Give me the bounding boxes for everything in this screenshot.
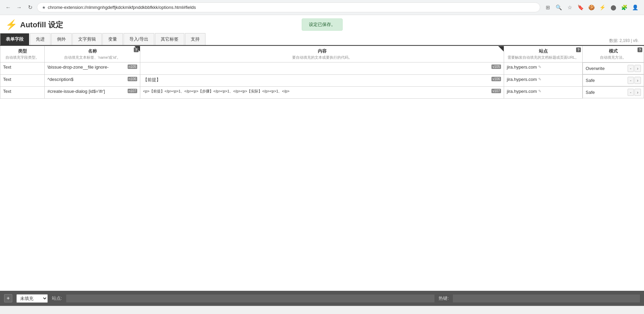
url-bar: ★ chrome-extension://nlmmgnhgdeffjkdckmi… [37, 2, 540, 12]
search-icon[interactable]: 🔍 [554, 3, 563, 12]
col-mode-help[interactable]: ? [638, 47, 642, 52]
row1-actions: - › [628, 65, 641, 72]
row1-expand-btn[interactable]: › [634, 65, 641, 72]
tab-othertags[interactable]: 其它标签 [155, 33, 184, 45]
row1-site: jira.hypers.com ✎ [504, 62, 583, 75]
row2-name-text: ^description$ [47, 77, 126, 82]
bottom-bar: + 未填充 Text Select Checkbox Password 站点: … [0, 291, 644, 306]
forward-button[interactable]: → [15, 3, 23, 12]
table-row: Text \bissue-drop-zone__file ignore- n10… [0, 62, 644, 75]
row3-content-badge: v107 [491, 89, 501, 93]
row3-site-edit[interactable]: ✎ [538, 89, 541, 94]
row1-site-text: jira.hypers.com [507, 65, 537, 70]
row2-content-cell: 【前提】 v106 [143, 77, 501, 83]
row3-content-cell: <p>【前提】</p><p>1、</p><p>【步骤】</p><p>1、</p>… [143, 89, 501, 94]
cookie-icon[interactable]: 🍪 [587, 3, 596, 12]
row2-name-cell: ^description$ n106 [47, 77, 137, 82]
col-mode-title: 模式 [585, 48, 641, 54]
toast-message: 设定已保存。 [309, 22, 335, 27]
row3-expand-btn[interactable]: › [634, 89, 641, 96]
col-header-content: 内容 要自动填充的文本或要执行的代码。 [140, 46, 504, 62]
site-input[interactable] [66, 295, 435, 302]
app-logo: ⚡ [5, 19, 17, 30]
main-section: 表单字段 先进 例外 文字剪辑 变量 导入/导出 其它标签 支持 数据: 2,1… [0, 33, 644, 291]
site-label: 站点: [52, 295, 62, 301]
row3-content: <p>【前提】</p><p>1、</p><p>【步骤】</p><p>1、</p>… [140, 86, 504, 98]
extensions-icon[interactable]: 🧩 [619, 3, 629, 12]
translate-icon[interactable]: ⊞ [543, 3, 553, 12]
row3-content-text: <p>【前提】</p><p>1、</p><p>【步骤】</p><p>1、</p>… [143, 89, 489, 94]
row2-content-badge: v106 [491, 77, 501, 81]
col-header-type: 类型 自动填充字段类型。 [0, 46, 45, 62]
tab-textedit[interactable]: 文字剪辑 [72, 33, 102, 45]
row3-mode: Safe - › [583, 86, 644, 98]
row2-site-edit[interactable]: ✎ [538, 77, 541, 82]
row1-site-edit[interactable]: ✎ [538, 65, 541, 69]
table-row: Text #create-issue-dialog [id$='ifr'] n1… [0, 86, 644, 98]
col-header-mode: 模式 自动填充方法。 ? [583, 46, 644, 62]
tab-importexport[interactable]: 导入/导出 [124, 33, 154, 45]
hotkey-input[interactable] [453, 295, 640, 302]
row1-mode-text: Overwrite [586, 66, 605, 71]
row1-content-cell: v105 [143, 65, 501, 69]
table-wrapper: 类型 自动填充字段类型。 名称 自动填充文本标签、'name'或'id'。 ? … [0, 46, 644, 291]
tabs-row: 表单字段 先进 例外 文字剪辑 变量 导入/导出 其它标签 支持 数据: 2,1… [0, 33, 644, 46]
row3-name-badge: n107 [128, 89, 137, 93]
row2-actions: - › [628, 77, 641, 84]
bolt-icon[interactable]: ⚡ [598, 3, 607, 12]
row2-name: ^description$ n106 [45, 74, 140, 86]
row1-delete-btn[interactable]: - [628, 65, 634, 72]
col-site-sub: 需要触发自动填充的文档标题或页面URL。 [507, 55, 579, 60]
row1-mode: Overwrite - › [583, 62, 644, 74]
add-button[interactable]: + [4, 294, 12, 302]
table-row: Text ^description$ n106 【前提】 v106 [0, 74, 644, 86]
col-name-title: 名称 [47, 48, 137, 54]
col-name-sub: 自动填充文本标签、'name'或'id'。 [47, 55, 137, 60]
row1-name-text: \bissue-drop-zone__file ignore- [47, 65, 126, 70]
profile-icon[interactable]: 👤 [630, 3, 640, 12]
row3-site-cell: jira.hypers.com ✎ [507, 89, 579, 94]
col-content-title: 内容 [143, 48, 501, 54]
app-content: ⚡ Autofill 设定 设定已保存。 表单字段 先进 例外 文字剪辑 变量 … [0, 15, 644, 314]
bookmark-icon[interactable]: ☆ [565, 3, 574, 12]
col-site-title: 站点 [507, 48, 579, 54]
tab-support[interactable]: 支持 [185, 33, 205, 45]
row2-content-text: 【前提】 [143, 77, 489, 83]
row1-name-cell: \bissue-drop-zone__file ignore- n105 [47, 65, 137, 70]
circle-icon[interactable]: ⬤ [609, 3, 618, 12]
bookmark-manager-icon[interactable]: 🔖 [576, 3, 585, 12]
row1-site-cell: jira.hypers.com ✎ [507, 65, 579, 70]
row2-type: Text [0, 74, 45, 86]
browser-icons: ⊞ 🔍 ☆ 🔖 🍪 ⚡ ⬤ 🧩 👤 [543, 3, 640, 12]
toast-notification: 设定已保存。 [302, 18, 343, 31]
col-content-corner [498, 46, 504, 52]
row3-type: Text [0, 86, 45, 98]
col-site-help[interactable]: ? [576, 47, 581, 52]
row2-mode-text: Safe [586, 78, 595, 83]
row2-expand-btn[interactable]: › [634, 77, 641, 84]
col-type-sub: 自动填充字段类型。 [3, 55, 42, 60]
type-select[interactable]: 未填充 Text Select Checkbox Password [16, 294, 48, 303]
tab-advanced[interactable]: 先进 [30, 33, 51, 45]
col-header-name: 名称 自动填充文本标签、'name'或'id'。 ? [45, 46, 140, 62]
row1-name-badge: n105 [128, 65, 137, 69]
row2-site-cell: jira.hypers.com ✎ [507, 77, 579, 82]
row1-content-badge: v105 [491, 65, 501, 69]
tab-exceptions[interactable]: 例外 [51, 33, 72, 45]
tabs-list: 表单字段 先进 例外 文字剪辑 变量 导入/导出 其它标签 支持 [0, 33, 206, 45]
tab-variables[interactable]: 变量 [102, 33, 123, 45]
app-title: Autofill 设定 [20, 20, 63, 30]
row3-name-cell: #create-issue-dialog [id$='ifr'] n107 [47, 89, 137, 94]
row3-delete-btn[interactable]: - [628, 89, 634, 96]
back-button[interactable]: ← [4, 3, 12, 12]
row1-name: \bissue-drop-zone__file ignore- n105 [45, 62, 140, 75]
tab-fields[interactable]: 表单字段 [0, 33, 29, 45]
row2-content: 【前提】 v106 [140, 74, 504, 86]
reload-button[interactable]: ↻ [26, 3, 34, 12]
row3-name-text: #create-issue-dialog [id$='ifr'] [47, 89, 126, 94]
app-header: ⚡ Autofill 设定 设定已保存。 [0, 15, 644, 33]
row2-delete-btn[interactable]: - [628, 77, 634, 84]
row2-site-text: jira.hypers.com [507, 77, 537, 82]
col-name-help[interactable]: ? [134, 47, 139, 52]
row3-actions: - › [628, 89, 641, 96]
